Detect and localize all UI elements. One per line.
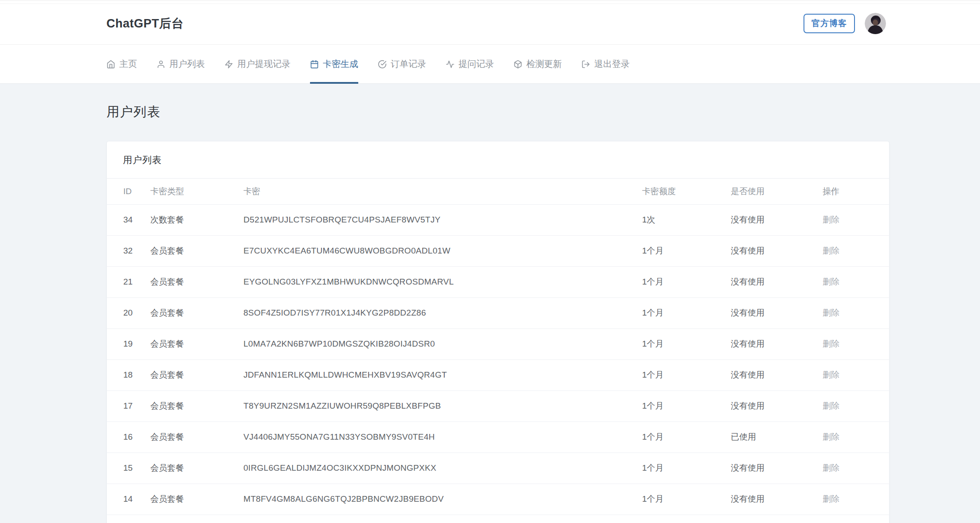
card-keys-panel: 用户列表 ID 卡密类型 卡密 卡密额度 是否使用 操作 34 次数套餐 D52… [106,141,890,523]
top-hairline-2 [0,4,980,4]
row-key: T8Y9URZN2SM1AZZIUWOHR59Q8PEBLXBFPGB [243,390,642,422]
row-quota: 1次 [642,204,730,235]
delete-button[interactable]: 删除 [823,246,839,255]
delete-button[interactable]: 删除 [823,370,839,379]
row-id: 14 [107,484,150,515]
page-title: 用户列表 [106,103,890,121]
row-key: E7CUXYKC4EA6TUM46CWU8WOBGDRO0ADL01W [243,235,642,266]
official-blog-button[interactable]: 官方博客 [804,14,855,33]
nav-item-label: 检测更新 [526,58,562,70]
col-quota: 卡密额度 [642,179,730,204]
delete-button[interactable]: 删除 [823,494,839,503]
nav-item-label: 用户提现记录 [237,58,290,70]
card-title: 用户列表 [123,154,162,166]
row-quota: 1个月 [642,328,730,359]
row-id: 16 [107,422,150,453]
col-id: ID [107,179,150,204]
delete-button[interactable]: 删除 [823,339,839,348]
row-key: MT8FV4GM8ALG6NG6TQJ2BPBNCW2JB9EBODV [243,484,642,515]
delete-button[interactable]: 删除 [823,463,839,472]
nav-item-label: 订单记录 [391,58,426,70]
delete-button[interactable]: 删除 [823,432,839,441]
row-id: 20 [107,297,150,328]
row-type: 会员套餐 [150,359,243,390]
table-row: 19 会员套餐 L0MA7A2KN6B7WP10DMGSZQKIB28OIJ4D… [107,328,890,359]
row-id: 32 [107,235,150,266]
row-key: EYGOLNG03LYFXZ1MBHWUKDNWCQROSDMARVL [243,266,642,297]
row-quota: 1个月 [642,422,730,453]
nav-item-activity[interactable]: 提问记录 [446,45,494,83]
table-row: 21 会员套餐 EYGOLNG03LYFXZ1MBHWUKDNWCQROSDMA… [107,266,890,297]
zap-icon [224,60,233,69]
row-type: 会员套餐 [150,297,243,328]
delete-button[interactable]: 删除 [823,308,839,317]
row-key: D521WPUJLCTSFOBRQE7CU4PSJAEF8WV5TJY [243,204,642,235]
row-used: 没有使用 [730,484,822,515]
nav-item-package[interactable]: 检测更新 [514,45,562,83]
nav-item-label: 卡密生成 [323,58,358,70]
row-id: 21 [107,266,150,297]
row-quota: 1个月 [642,359,730,390]
row-key: VJ4406JMY55ONA7G11N33YSOBMY9SV0TE4H [243,422,642,453]
nav-item-label: 退出登录 [594,58,630,70]
nav-item-home[interactable]: 主页 [106,45,137,83]
nav-item-check-circle[interactable]: 订单记录 [378,45,426,83]
row-quota: 1个月 [642,266,730,297]
table-row: 15 会员套餐 0IRGL6GEALDIJMZ4OC3IKXXDPNJMONGP… [107,453,890,484]
nav-item-label: 用户列表 [169,58,205,70]
col-used: 是否使用 [730,179,822,204]
col-action: 操作 [822,179,890,204]
log-out-icon [581,60,590,69]
table-row: 20 会员套餐 8SOF4Z5IOD7ISY77R01X1J4KYG2P8DD2… [107,297,890,328]
row-type: 会员套餐 [150,235,243,266]
row-id: 15 [107,453,150,484]
row-used: 没有使用 [730,328,822,359]
row-used: 没有使用 [730,266,822,297]
delete-button[interactable]: 删除 [823,401,839,410]
delete-button[interactable]: 删除 [823,277,839,286]
row-type: 次数套餐 [150,204,243,235]
nav-item-zap[interactable]: 用户提现记录 [224,45,290,83]
delete-button[interactable]: 删除 [823,215,839,224]
user-photo-icon [865,13,886,34]
header-right: 官方博客 [804,13,886,34]
row-quota: 1个月 [642,390,730,422]
row-id: 17 [107,390,150,422]
avatar[interactable] [865,13,886,34]
row-type: 会员套餐 [150,484,243,515]
package-icon [514,60,522,69]
row-key: 8SOF4Z5IOD7ISY77R01X1J4KYG2P8DD2Z86 [243,297,642,328]
table-row: 18 会员套餐 JDFANN1ERLKQMLLDWHCMEHXBV19SAVQR… [107,359,890,390]
row-key: 0IRGL6GEALDIJMZ4OC3IKXXDPNJMONGPXKX [243,453,642,484]
main-nav: 主页 用户列表 用户提现记录 卡密生成 订单记录 提问记录 检测更新 退出登录 [0,45,980,84]
nav-item-calendar[interactable]: 卡密生成 [310,45,358,83]
nav-item-log-out[interactable]: 退出登录 [581,45,630,83]
table-header-row: ID 卡密类型 卡密 卡密额度 是否使用 操作 [107,179,890,204]
row-used: 没有使用 [730,453,822,484]
row-type: 会员套餐 [150,390,243,422]
row-id: 18 [107,359,150,390]
row-used: 没有使用 [730,204,822,235]
row-used: 没有使用 [730,359,822,390]
app-title: ChatGPT后台 [106,16,184,31]
nav-item-user[interactable]: 用户列表 [157,45,205,83]
table-row: 17 会员套餐 T8Y9URZN2SM1AZZIUWOHR59Q8PEBLXBF… [107,390,890,422]
row-type: 会员套餐 [150,453,243,484]
row-type: 会员套餐 [150,422,243,453]
row-quota: 1个月 [642,453,730,484]
top-hairline [0,0,980,1]
check-circle-icon [378,60,387,69]
keys-table: ID 卡密类型 卡密 卡密额度 是否使用 操作 34 次数套餐 D521WPUJ… [107,179,890,515]
col-type: 卡密类型 [150,179,243,204]
row-quota: 1个月 [642,235,730,266]
row-used: 没有使用 [730,390,822,422]
app-header: ChatGPT后台 官方博客 [0,0,980,45]
row-used: 没有使用 [730,297,822,328]
nav-item-label: 主页 [119,58,137,70]
row-quota: 1个月 [642,484,730,515]
row-used: 已使用 [730,422,822,453]
row-key: JDFANN1ERLKQMLLDWHCMEHXBV19SAVQR4GT [243,359,642,390]
col-key: 卡密 [243,179,642,204]
content: 用户列表 用户列表 ID 卡密类型 卡密 卡密额度 是否使用 操作 34 [0,84,980,523]
activity-icon [446,60,455,69]
